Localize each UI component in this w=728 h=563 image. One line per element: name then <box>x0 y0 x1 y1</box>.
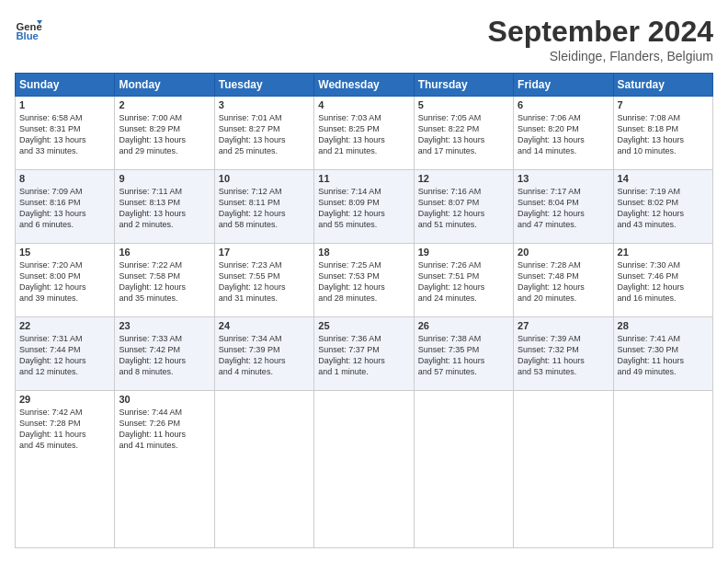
day-number: 26 <box>418 320 509 331</box>
day-number: 5 <box>418 99 509 110</box>
day-info: Sunrise: 7:42 AM Sunset: 7:28 PM Dayligh… <box>19 407 110 452</box>
day-info: Sunrise: 7:34 AM Sunset: 7:39 PM Dayligh… <box>219 333 310 378</box>
day-number: 4 <box>318 99 409 110</box>
day-number: 24 <box>219 320 310 331</box>
day-info: Sunrise: 7:11 AM Sunset: 8:13 PM Dayligh… <box>119 186 210 231</box>
subtitle: Sleidinge, Flanders, Belgium <box>488 49 713 63</box>
day-number: 6 <box>518 99 609 110</box>
day-number: 9 <box>119 173 210 184</box>
table-row: 11Sunrise: 7:14 AM Sunset: 8:09 PM Dayli… <box>314 170 414 244</box>
calendar-week-row: 29Sunrise: 7:42 AM Sunset: 7:28 PM Dayli… <box>16 391 713 548</box>
table-row: 30Sunrise: 7:44 AM Sunset: 7:26 PM Dayli… <box>115 391 214 548</box>
col-tuesday: Tuesday <box>214 74 313 97</box>
day-number: 3 <box>219 99 310 110</box>
col-wednesday: Wednesday <box>314 74 414 97</box>
header-row: Sunday Monday Tuesday Wednesday Thursday… <box>16 74 713 97</box>
table-row: 4Sunrise: 7:03 AM Sunset: 8:25 PM Daylig… <box>314 97 414 170</box>
table-row <box>214 391 313 548</box>
day-info: Sunrise: 7:06 AM Sunset: 8:20 PM Dayligh… <box>518 112 609 157</box>
day-info: Sunrise: 7:01 AM Sunset: 8:27 PM Dayligh… <box>219 112 310 157</box>
day-number: 12 <box>418 173 509 184</box>
day-info: Sunrise: 7:20 AM Sunset: 8:00 PM Dayligh… <box>19 259 110 304</box>
table-row <box>514 391 613 548</box>
table-row: 6Sunrise: 7:06 AM Sunset: 8:20 PM Daylig… <box>514 97 613 170</box>
table-row: 15Sunrise: 7:20 AM Sunset: 8:00 PM Dayli… <box>16 244 115 317</box>
day-info: Sunrise: 7:23 AM Sunset: 7:55 PM Dayligh… <box>219 259 310 304</box>
calendar-week-row: 22Sunrise: 7:31 AM Sunset: 7:44 PM Dayli… <box>16 317 713 391</box>
table-row: 28Sunrise: 7:41 AM Sunset: 7:30 PM Dayli… <box>613 317 712 391</box>
calendar-week-row: 1Sunrise: 6:58 AM Sunset: 8:31 PM Daylig… <box>16 97 713 170</box>
table-row: 23Sunrise: 7:33 AM Sunset: 7:42 PM Dayli… <box>115 317 214 391</box>
table-row: 12Sunrise: 7:16 AM Sunset: 8:07 PM Dayli… <box>414 170 513 244</box>
day-info: Sunrise: 7:33 AM Sunset: 7:42 PM Dayligh… <box>119 333 210 378</box>
day-info: Sunrise: 7:03 AM Sunset: 8:25 PM Dayligh… <box>318 112 409 157</box>
day-info: Sunrise: 7:31 AM Sunset: 7:44 PM Dayligh… <box>19 333 110 378</box>
svg-text:Blue: Blue <box>17 30 39 41</box>
day-info: Sunrise: 7:25 AM Sunset: 7:53 PM Dayligh… <box>318 259 409 304</box>
day-info: Sunrise: 7:30 AM Sunset: 7:46 PM Dayligh… <box>618 259 709 304</box>
day-number: 16 <box>119 247 210 258</box>
day-info: Sunrise: 7:41 AM Sunset: 7:30 PM Dayligh… <box>618 333 709 378</box>
col-monday: Monday <box>115 74 214 97</box>
calendar-week-row: 8Sunrise: 7:09 AM Sunset: 8:16 PM Daylig… <box>16 170 713 244</box>
table-row: 25Sunrise: 7:36 AM Sunset: 7:37 PM Dayli… <box>314 317 414 391</box>
col-saturday: Saturday <box>613 74 712 97</box>
day-number: 30 <box>119 394 210 405</box>
table-row: 16Sunrise: 7:22 AM Sunset: 7:58 PM Dayli… <box>115 244 214 317</box>
header: General Blue September 2024 Sleidinge, F… <box>15 15 713 63</box>
day-number: 28 <box>618 320 709 331</box>
calendar-week-row: 15Sunrise: 7:20 AM Sunset: 8:00 PM Dayli… <box>16 244 713 317</box>
table-row: 10Sunrise: 7:12 AM Sunset: 8:11 PM Dayli… <box>214 170 313 244</box>
day-info: Sunrise: 7:00 AM Sunset: 8:29 PM Dayligh… <box>119 112 210 157</box>
table-row: 22Sunrise: 7:31 AM Sunset: 7:44 PM Dayli… <box>16 317 115 391</box>
table-row: 27Sunrise: 7:39 AM Sunset: 7:32 PM Dayli… <box>514 317 613 391</box>
day-number: 23 <box>119 320 210 331</box>
day-info: Sunrise: 7:36 AM Sunset: 7:37 PM Dayligh… <box>318 333 409 378</box>
day-info: Sunrise: 7:22 AM Sunset: 7:58 PM Dayligh… <box>119 259 210 304</box>
table-row: 17Sunrise: 7:23 AM Sunset: 7:55 PM Dayli… <box>214 244 313 317</box>
day-number: 19 <box>418 247 509 258</box>
table-row: 20Sunrise: 7:28 AM Sunset: 7:48 PM Dayli… <box>514 244 613 317</box>
day-number: 29 <box>19 394 110 405</box>
day-info: Sunrise: 7:44 AM Sunset: 7:26 PM Dayligh… <box>119 407 210 452</box>
day-info: Sunrise: 7:12 AM Sunset: 8:11 PM Dayligh… <box>219 186 310 231</box>
table-row: 2Sunrise: 7:00 AM Sunset: 8:29 PM Daylig… <box>115 97 214 170</box>
table-row: 7Sunrise: 7:08 AM Sunset: 8:18 PM Daylig… <box>613 97 712 170</box>
col-sunday: Sunday <box>16 74 115 97</box>
day-info: Sunrise: 7:16 AM Sunset: 8:07 PM Dayligh… <box>418 186 509 231</box>
table-row: 21Sunrise: 7:30 AM Sunset: 7:46 PM Dayli… <box>613 244 712 317</box>
day-number: 2 <box>119 99 210 110</box>
table-row: 3Sunrise: 7:01 AM Sunset: 8:27 PM Daylig… <box>214 97 313 170</box>
col-thursday: Thursday <box>414 74 513 97</box>
page: General Blue September 2024 Sleidinge, F… <box>0 0 728 563</box>
table-row: 19Sunrise: 7:26 AM Sunset: 7:51 PM Dayli… <box>414 244 513 317</box>
day-info: Sunrise: 6:58 AM Sunset: 8:31 PM Dayligh… <box>19 112 110 157</box>
day-number: 1 <box>19 99 110 110</box>
day-number: 10 <box>219 173 310 184</box>
title-block: September 2024 Sleidinge, Flanders, Belg… <box>488 15 713 63</box>
day-info: Sunrise: 7:26 AM Sunset: 7:51 PM Dayligh… <box>418 259 509 304</box>
day-info: Sunrise: 7:14 AM Sunset: 8:09 PM Dayligh… <box>318 186 409 231</box>
day-number: 21 <box>618 247 709 258</box>
day-number: 15 <box>19 247 110 258</box>
day-number: 8 <box>19 173 110 184</box>
day-number: 7 <box>618 99 709 110</box>
day-number: 20 <box>518 247 609 258</box>
logo-icon: General Blue <box>15 15 42 42</box>
table-row <box>414 391 513 548</box>
month-title: September 2024 <box>488 15 713 49</box>
day-number: 25 <box>318 320 409 331</box>
day-info: Sunrise: 7:38 AM Sunset: 7:35 PM Dayligh… <box>418 333 509 378</box>
day-number: 17 <box>219 247 310 258</box>
table-row: 5Sunrise: 7:05 AM Sunset: 8:22 PM Daylig… <box>414 97 513 170</box>
table-row: 29Sunrise: 7:42 AM Sunset: 7:28 PM Dayli… <box>16 391 115 548</box>
day-number: 22 <box>19 320 110 331</box>
table-row: 26Sunrise: 7:38 AM Sunset: 7:35 PM Dayli… <box>414 317 513 391</box>
day-info: Sunrise: 7:08 AM Sunset: 8:18 PM Dayligh… <box>618 112 709 157</box>
table-row: 13Sunrise: 7:17 AM Sunset: 8:04 PM Dayli… <box>514 170 613 244</box>
table-row: 9Sunrise: 7:11 AM Sunset: 8:13 PM Daylig… <box>115 170 214 244</box>
table-row <box>314 391 414 548</box>
table-row: 24Sunrise: 7:34 AM Sunset: 7:39 PM Dayli… <box>214 317 313 391</box>
calendar: Sunday Monday Tuesday Wednesday Thursday… <box>15 73 713 548</box>
col-friday: Friday <box>514 74 613 97</box>
